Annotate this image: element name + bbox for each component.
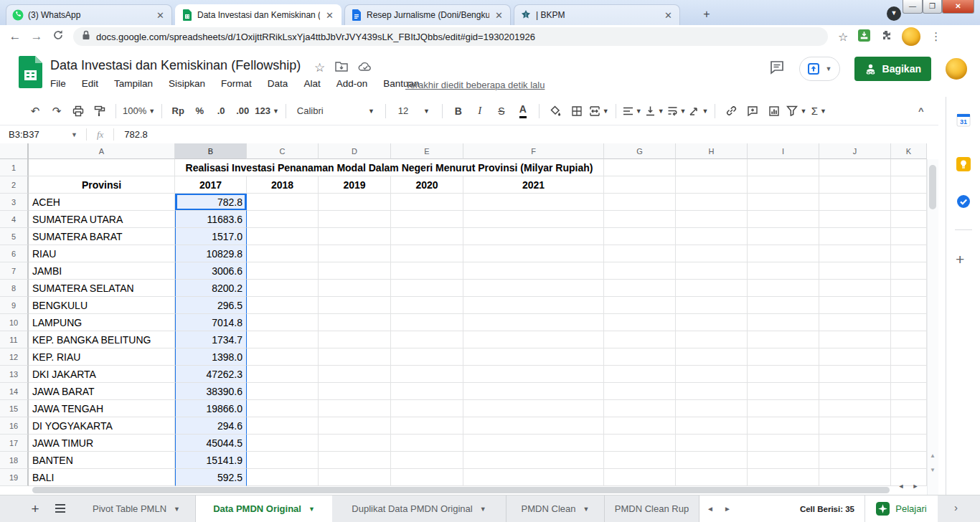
move-folder-icon[interactable] bbox=[335, 61, 348, 75]
cell-B8[interactable]: 8200.2 bbox=[175, 280, 247, 297]
format-currency-button[interactable]: Rp bbox=[169, 102, 187, 120]
cell-B15[interactable]: 19866.0 bbox=[175, 400, 247, 417]
cell-I4[interactable] bbox=[748, 211, 819, 228]
cell-F10[interactable] bbox=[463, 314, 604, 331]
cell-K8[interactable] bbox=[891, 280, 927, 297]
cell-D16[interactable] bbox=[319, 417, 391, 435]
cell-G4[interactable] bbox=[604, 211, 676, 228]
cell-F12[interactable] bbox=[463, 348, 604, 366]
text-rotation-button[interactable]: ▼ bbox=[689, 102, 708, 120]
cell-I9[interactable] bbox=[748, 297, 819, 314]
window-maximize-button[interactable]: ❐ bbox=[923, 0, 942, 14]
cell-H14[interactable] bbox=[676, 383, 748, 400]
cell-F4[interactable] bbox=[463, 211, 604, 228]
cell-H12[interactable] bbox=[676, 348, 748, 366]
sheet-nav-left-icon[interactable]: ◄ bbox=[707, 505, 714, 513]
vertical-scrollbar[interactable] bbox=[927, 159, 938, 495]
cell-J9[interactable] bbox=[819, 297, 891, 314]
cell-I2[interactable] bbox=[748, 176, 819, 194]
cell-B12[interactable]: 1398.0 bbox=[175, 348, 247, 366]
cell-I19[interactable] bbox=[748, 469, 819, 486]
collapse-toolbar-icon[interactable]: ^ bbox=[918, 105, 924, 116]
cell-A12[interactable]: KEP. RIAU bbox=[29, 348, 175, 366]
column-header-I[interactable]: I bbox=[748, 143, 819, 159]
cell-D9[interactable] bbox=[319, 297, 391, 314]
cell-F18[interactable] bbox=[463, 452, 604, 469]
borders-icon[interactable] bbox=[567, 102, 586, 120]
cell-H17[interactable] bbox=[676, 435, 748, 452]
format-percent-button[interactable]: % bbox=[190, 102, 209, 120]
row-header-19[interactable]: 19 bbox=[0, 469, 29, 486]
cell-F6[interactable] bbox=[463, 245, 604, 262]
cell-I6[interactable] bbox=[748, 245, 819, 262]
cell-D17[interactable] bbox=[319, 435, 391, 452]
menu-alat[interactable]: Alat bbox=[303, 78, 320, 89]
row-header-11[interactable]: 11 bbox=[0, 331, 29, 348]
cell-A17[interactable]: JAWA TIMUR bbox=[29, 435, 175, 452]
cell-E12[interactable] bbox=[391, 348, 463, 366]
sheet-tab-pmdn-clean[interactable]: PMDN Clean▼ bbox=[507, 495, 605, 522]
cell-D2[interactable]: 2019 bbox=[319, 176, 391, 194]
row-header-13[interactable]: 13 bbox=[0, 366, 29, 383]
cell-A14[interactable]: JAWA BARAT bbox=[29, 383, 175, 400]
cell-G1[interactable] bbox=[604, 159, 676, 176]
cell-A6[interactable]: RIAU bbox=[29, 245, 175, 262]
vertical-scrollbar-thumb[interactable] bbox=[929, 165, 936, 209]
cell-H15[interactable] bbox=[676, 400, 748, 417]
cell-G6[interactable] bbox=[604, 245, 676, 262]
sheet-tab-duplikat-data-pmdn-original[interactable]: Duplikat Data PMDN Original▼ bbox=[332, 495, 507, 522]
zoom-select[interactable]: 100%▼ bbox=[123, 102, 155, 120]
cell-C10[interactable] bbox=[247, 314, 319, 331]
cell-J4[interactable] bbox=[819, 211, 891, 228]
cell-D10[interactable] bbox=[319, 314, 391, 331]
row-header-16[interactable]: 16 bbox=[0, 417, 29, 435]
print-icon[interactable] bbox=[69, 102, 88, 120]
cell-K15[interactable] bbox=[891, 400, 927, 417]
cell-K10[interactable] bbox=[891, 314, 927, 331]
fill-color-icon[interactable] bbox=[546, 102, 565, 120]
cell-C15[interactable] bbox=[247, 400, 319, 417]
cell-D15[interactable] bbox=[319, 400, 391, 417]
cell-A19[interactable]: BALI bbox=[29, 469, 175, 486]
column-header-C[interactable]: C bbox=[247, 143, 319, 159]
tab-close-icon[interactable]: ✕ bbox=[324, 10, 335, 21]
cell-I8[interactable] bbox=[748, 280, 819, 297]
cell-H3[interactable] bbox=[676, 194, 748, 211]
paint-format-icon[interactable] bbox=[90, 102, 109, 120]
cell-H11[interactable] bbox=[676, 331, 748, 348]
cell-E3[interactable] bbox=[391, 194, 463, 211]
star-document-icon[interactable]: ☆ bbox=[314, 60, 325, 75]
cell-B7[interactable]: 3006.6 bbox=[175, 262, 247, 280]
cell-C4[interactable] bbox=[247, 211, 319, 228]
column-header-B[interactable]: B bbox=[175, 143, 247, 159]
cell-K6[interactable] bbox=[891, 245, 927, 262]
menu-format[interactable]: Format bbox=[221, 78, 252, 89]
cell-A5[interactable]: SUMATERA BARAT bbox=[29, 228, 175, 245]
cell-E7[interactable] bbox=[391, 262, 463, 280]
cell-I12[interactable] bbox=[748, 348, 819, 366]
insert-link-icon[interactable] bbox=[722, 102, 740, 120]
cell-A1[interactable] bbox=[29, 159, 175, 176]
cell-C2[interactable]: 2018 bbox=[247, 176, 319, 194]
new-tab-button[interactable]: + bbox=[697, 6, 716, 22]
row-header-14[interactable]: 14 bbox=[0, 383, 29, 400]
share-button[interactable]: Bagikan bbox=[854, 57, 931, 81]
cell-G15[interactable] bbox=[604, 400, 676, 417]
cell-D19[interactable] bbox=[319, 469, 391, 486]
extensions-puzzle-icon[interactable] bbox=[880, 29, 892, 44]
sheet-tab-pivot-table-pmln[interactable]: Pivot Table PMLN▼ bbox=[77, 495, 196, 522]
cell-G14[interactable] bbox=[604, 383, 676, 400]
cell-I13[interactable] bbox=[748, 366, 819, 383]
cell-C12[interactable] bbox=[247, 348, 319, 366]
cell-A3[interactable]: ACEH bbox=[29, 194, 175, 211]
last-edited-link[interactable]: Terakhir diedit beberapa detik lalu bbox=[405, 80, 545, 90]
cell-J16[interactable] bbox=[819, 417, 891, 435]
document-title[interactable]: Data Investasi dan Kemiskinan (Fellowshi… bbox=[50, 58, 301, 73]
column-header-E[interactable]: E bbox=[391, 143, 463, 159]
cell-K5[interactable] bbox=[891, 228, 927, 245]
font-select[interactable]: Calibri▼ bbox=[293, 102, 379, 120]
cell-I3[interactable] bbox=[748, 194, 819, 211]
cell-C8[interactable] bbox=[247, 280, 319, 297]
cell-K12[interactable] bbox=[891, 348, 927, 366]
cell-H9[interactable] bbox=[676, 297, 748, 314]
